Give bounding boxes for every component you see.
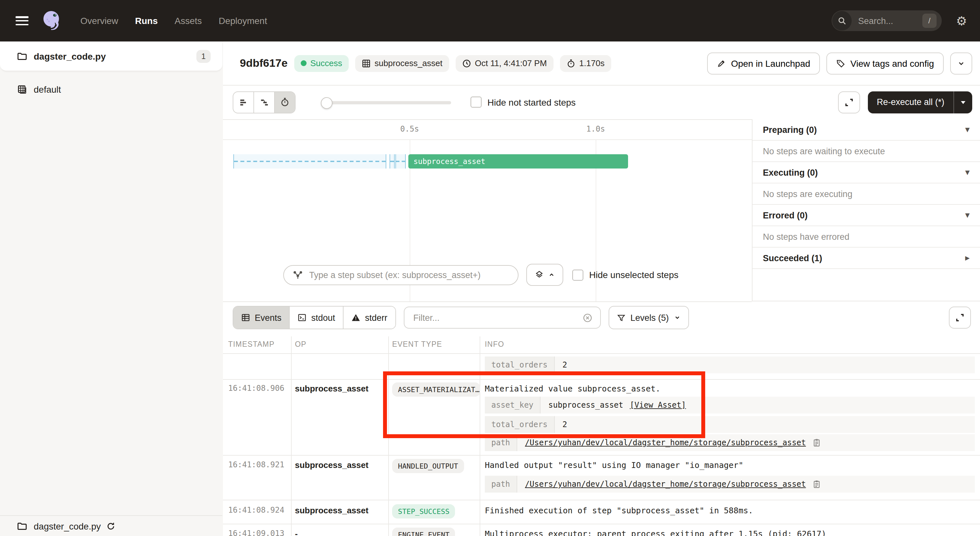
event-message: Multiprocess executor: parent process ex… (485, 529, 826, 536)
dagster-logo-icon[interactable] (40, 9, 64, 32)
tab-stderr[interactable]: stderr (344, 307, 395, 329)
tab-label: stdout (312, 313, 336, 323)
column-divider (388, 336, 389, 536)
col-header-op: OP (295, 340, 307, 348)
collapse-triangle-icon: ▼ (965, 169, 970, 176)
status-dot-icon (301, 60, 306, 66)
flat-view-button[interactable] (233, 92, 254, 113)
tab-events[interactable]: Events (233, 307, 290, 329)
timed-view-button[interactable] (275, 92, 295, 113)
step-subset-input[interactable] (308, 269, 509, 280)
copy-icon[interactable] (813, 480, 821, 489)
sidebar-item-default-job[interactable]: default (0, 79, 223, 100)
header-more-button[interactable] (950, 52, 972, 74)
gantt-timeline: 0.5s 1.0s (223, 119, 752, 140)
open-launchpad-button[interactable]: Open in Launchpad (707, 52, 820, 74)
path-link[interactable]: /Users/yuhan/dev/local/dagster_home/stor… (525, 438, 806, 447)
tab-label: stderr (365, 313, 387, 323)
view-asset-link[interactable]: [View Asset] (630, 401, 686, 410)
section-title: Succeeded (1) (763, 253, 822, 263)
collapse-triangle-icon: ▼ (965, 212, 970, 218)
chevron-up-icon (548, 272, 555, 278)
asset-badge-label: subprocess_asset (375, 58, 443, 68)
clock-icon (462, 59, 471, 68)
reexecute-button[interactable]: Re-execute all (*) (867, 91, 972, 113)
section-title: Errored (0) (763, 210, 808, 220)
path-link[interactable]: /Users/yuhan/dev/local/dagster_home/stor… (525, 480, 806, 489)
status-section-preparing[interactable]: Preparing (0) ▼ (752, 119, 980, 141)
logs-fullscreen-button[interactable] (949, 307, 971, 329)
event-type-badge[interactable]: HANDLED_OUTPUT (392, 459, 464, 473)
view-tags-button[interactable]: View tags and config (826, 52, 944, 74)
cell-timestamp: 16:41:08.906 (228, 384, 284, 393)
copy-icon[interactable] (813, 438, 821, 447)
job-grid-icon (17, 84, 27, 95)
main-content: 9dbf617e Success subprocess_asset Oct 11… (223, 41, 980, 536)
status-section-executing[interactable]: Executing (0) ▼ (752, 162, 980, 183)
col-header-event-type: EVENT TYPE (392, 340, 442, 348)
waiting-bar-segment (390, 154, 395, 169)
collapse-triangle-icon: ▼ (965, 126, 970, 133)
hide-not-started-checkbox[interactable] (471, 97, 482, 108)
event-message: Finished execution of step "subprocess_a… (485, 506, 753, 515)
count-badge: 1 (196, 49, 211, 62)
cell-op: subprocess_asset (295, 460, 369, 470)
status-section-errored[interactable]: Errored (0) ▼ (752, 205, 980, 226)
gantt-view-toggle (233, 91, 296, 113)
duration-badge: 1.170s (560, 55, 611, 72)
event-type-badge[interactable]: ASSET_MATERIALIZAT… (392, 382, 480, 397)
timeline-tick: 1.0s (586, 124, 605, 134)
reexecute-dropdown[interactable] (953, 91, 972, 113)
log-filter-input[interactable] (412, 312, 577, 323)
hide-unselected-checkbox[interactable] (572, 269, 583, 280)
slider-knob[interactable] (321, 97, 332, 108)
metadata-key: total_orders (485, 416, 555, 433)
grid-icon (362, 59, 371, 68)
metadata-row: asset_key subprocess_asset [View Asset] (485, 397, 975, 414)
sidebar-footer-code-location[interactable]: dagster_code.py (0, 515, 222, 536)
log-toolbar: Events stdout stderr (223, 301, 980, 334)
funnel-icon (617, 313, 625, 322)
gantt-fullscreen-button[interactable] (838, 91, 860, 113)
hide-unselected-row: Hide unselected steps (572, 269, 679, 280)
log-filter-box (404, 307, 600, 329)
zoom-slider[interactable] (321, 97, 451, 107)
console-icon (298, 313, 307, 322)
cell-timestamp: 16:41:08.921 (228, 460, 284, 469)
clear-filter-icon[interactable] (582, 313, 592, 323)
waterfall-view-button[interactable] (254, 92, 275, 113)
asset-badge[interactable]: subprocess_asset (355, 55, 449, 72)
sidebar-item-code-location[interactable]: dagster_code.py 1 (0, 41, 222, 71)
status-label: Success (310, 58, 342, 68)
gear-icon[interactable]: ⚙ (956, 14, 967, 27)
top-nav: Overview Runs Assets Deployment / ⚙ (0, 0, 980, 41)
step-bar-subprocess-asset[interactable]: subprocess_asset (408, 154, 628, 169)
nav-assets[interactable]: Assets (175, 16, 202, 26)
reexecute-label: Re-execute all (*) (867, 97, 953, 107)
status-empty-message: No steps are executing (752, 183, 980, 205)
section-title: Executing (0) (763, 167, 818, 177)
nav-overview[interactable]: Overview (80, 16, 118, 26)
search-box[interactable]: / (832, 10, 942, 31)
menu-icon[interactable] (16, 16, 29, 25)
run-id: 9dbf617e (240, 57, 288, 70)
step-subset-box (283, 265, 519, 285)
gantt-chart: 0.5s 1.0s subprocess_asset (223, 119, 752, 302)
status-section-succeeded[interactable]: Succeeded (1) ▶ (752, 248, 980, 269)
metadata-row: total_orders 2 (485, 416, 975, 433)
nav-deployment[interactable]: Deployment (219, 16, 267, 26)
metadata-key: total_orders (485, 356, 555, 373)
event-type-badge[interactable]: ENGINE_EVENT (392, 528, 455, 536)
tab-stdout[interactable]: stdout (290, 307, 344, 329)
nav-runs[interactable]: Runs (135, 16, 158, 26)
layers-button[interactable] (526, 264, 563, 286)
expand-icon (844, 97, 853, 107)
search-input[interactable] (857, 15, 918, 26)
chevron-down-icon (957, 59, 965, 67)
flat-gantt-icon (239, 97, 248, 107)
reload-icon[interactable] (106, 522, 115, 531)
levels-filter-button[interactable]: Levels (5) (608, 306, 689, 329)
metadata-key: path (485, 434, 517, 451)
event-type-badge[interactable]: STEP_SUCCESS (392, 504, 455, 519)
metadata-value: 2 (555, 416, 574, 433)
